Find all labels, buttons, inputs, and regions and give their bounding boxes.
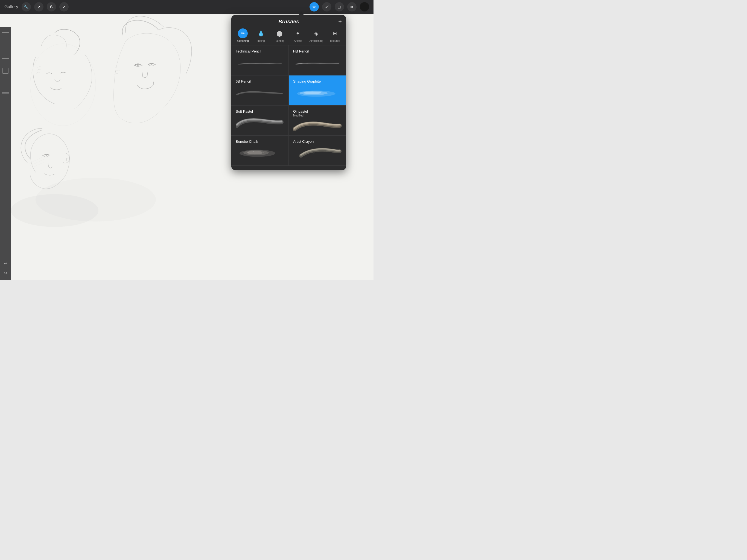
brush-hb-pencil[interactable]: HB Pencil <box>289 45 346 75</box>
textures-label: Textures <box>330 40 340 42</box>
brush-name: Shading Graphite <box>293 79 342 83</box>
airbrushing-icon: ◈ <box>311 28 321 38</box>
svg-point-17 <box>248 152 249 153</box>
painting-label: Painting <box>275 40 284 42</box>
left-sidebar: ↩ ↪ <box>0 27 11 280</box>
adjust-icon: ↗ <box>37 5 40 9</box>
adjust-button[interactable]: ↗ <box>34 2 44 11</box>
brush-preview <box>236 84 284 98</box>
brush-bonobo-chalk[interactable]: Bonobo Chalk <box>231 136 289 166</box>
tab-artistic[interactable]: ✦ Artistic <box>289 28 307 42</box>
svg-point-13 <box>303 92 321 94</box>
selection-icon: S <box>50 5 52 9</box>
paint-brush-button[interactable]: ✏ <box>310 2 319 11</box>
brush-name: Oil pastel <box>293 109 342 113</box>
toolbar-right: ✏ 🖊 ◻ ⧉ <box>310 2 369 11</box>
layers-button[interactable]: ⧉ <box>347 2 357 11</box>
smudge-icon: 🖊 <box>325 4 329 9</box>
textures-icon: ⊞ <box>330 28 340 38</box>
svg-point-21 <box>251 153 251 154</box>
brush-modified-label: Modified <box>293 114 342 117</box>
color-swatch[interactable] <box>2 68 8 74</box>
category-tabs: ✏ Sketching 💧 Inking ⬤ Painting ✦ Artist… <box>231 27 346 45</box>
brush-name: Artist Crayon <box>293 139 342 144</box>
airbrushing-label: Airbrushing <box>310 40 324 42</box>
artistic-label: Artistic <box>294 40 302 42</box>
brush-name: 6B Pencil <box>236 79 284 83</box>
inking-label: Inking <box>258 40 265 42</box>
size-slider[interactable] <box>2 58 9 59</box>
inking-icon: 💧 <box>256 28 266 38</box>
brush-name: Soft Pastel <box>236 109 284 113</box>
avatar <box>360 2 369 11</box>
brush-preview <box>293 145 342 158</box>
transform-button[interactable]: ↗ <box>59 2 69 11</box>
redo-button[interactable]: ↪ <box>4 271 7 276</box>
tab-sketching[interactable]: ✏ Sketching <box>233 28 252 42</box>
brushes-panel: Brushes + ✏ Sketching 💧 Inking ⬤ Paintin… <box>231 15 346 170</box>
svg-point-16 <box>247 151 262 154</box>
tab-inking[interactable]: 💧 Inking <box>252 28 270 42</box>
sketching-icon: ✏ <box>238 28 248 38</box>
brush-artist-crayon[interactable]: Artist Crayon <box>289 136 346 166</box>
wrench-icon: 🔧 <box>24 4 29 9</box>
svg-point-19 <box>258 152 259 152</box>
svg-point-22 <box>256 153 256 154</box>
brushes-title: Brushes <box>278 19 299 25</box>
brush-active-icon: ✏ <box>312 4 316 9</box>
brush-preview <box>293 54 342 68</box>
tab-textures[interactable]: ⊞ Textures <box>326 28 344 42</box>
tab-painting[interactable]: ⬤ Painting <box>271 28 289 42</box>
svg-point-10 <box>11 194 98 227</box>
toolbar: Gallery 🔧 ↗ S ↗ ✏ 🖊 ◻ ⧉ <box>0 0 374 14</box>
toolbar-left: Gallery 🔧 ↗ S ↗ <box>4 2 69 11</box>
eraser-button[interactable]: ◻ <box>335 2 344 11</box>
svg-point-20 <box>264 152 264 153</box>
brush-preview <box>236 54 284 68</box>
brush-preview <box>236 114 284 128</box>
brush-name: Bonobo Chalk <box>236 139 284 144</box>
smudge-tool-button[interactable]: 🖊 <box>322 2 331 11</box>
brush-6b-pencil[interactable]: 6B Pencil <box>231 75 289 105</box>
add-brush-button[interactable]: + <box>338 18 342 24</box>
artistic-icon: ✦ <box>293 28 303 38</box>
brushes-header: Brushes + <box>231 15 346 27</box>
selection-button[interactable]: S <box>47 2 56 11</box>
brush-name: HB Pencil <box>293 49 342 53</box>
brush-preview <box>293 84 342 98</box>
brush-preview <box>293 119 342 132</box>
eraser-icon: ◻ <box>338 5 341 9</box>
flow-slider[interactable] <box>2 93 9 94</box>
tab-airbrushing[interactable]: ◈ Airbrushing <box>307 28 325 42</box>
painting-icon: ⬤ <box>275 28 284 38</box>
brush-soft-pastel[interactable]: Soft Pastel <box>231 105 289 136</box>
svg-point-4 <box>137 64 138 66</box>
brush-grid: Technical Pencil HB Pencil 6B Pencil <box>231 45 346 166</box>
layers-icon: ⧉ <box>351 5 353 9</box>
wrench-button[interactable]: 🔧 <box>22 2 31 11</box>
sketching-label: Sketching <box>237 40 249 42</box>
brush-shading-graphite[interactable]: Shading Graphite <box>289 75 346 105</box>
svg-point-7 <box>46 155 47 156</box>
transform-icon: ↗ <box>62 5 66 9</box>
gallery-button[interactable]: Gallery <box>4 4 18 9</box>
opacity-slider[interactable] <box>2 32 9 33</box>
brush-oil-pastel[interactable]: Oil pastel Modified <box>289 105 346 136</box>
brush-name: Technical Pencil <box>236 49 284 53</box>
undo-button[interactable]: ↩ <box>4 261 7 266</box>
svg-point-5 <box>151 64 152 65</box>
svg-point-18 <box>253 151 254 152</box>
brush-technical-pencil[interactable]: Technical Pencil <box>231 45 289 75</box>
svg-text:$: $ <box>66 158 68 161</box>
svg-point-23 <box>261 153 262 154</box>
brush-preview <box>236 145 284 158</box>
panel-arrow <box>299 11 304 15</box>
